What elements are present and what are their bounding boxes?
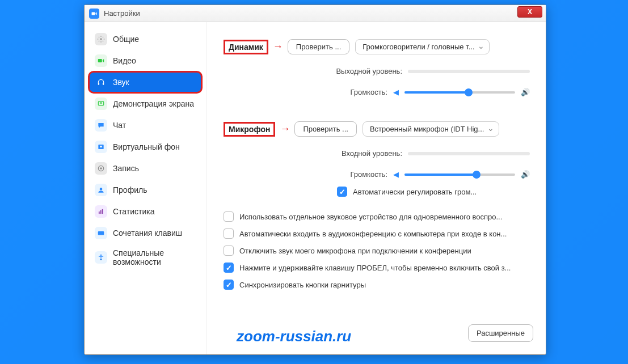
option-checkbox[interactable] <box>224 228 234 239</box>
sidebar-item-label: Специальные возможности <box>113 248 196 266</box>
chat-icon <box>95 119 107 132</box>
svg-rect-0 <box>92 12 95 15</box>
app-icon <box>89 9 99 19</box>
speaker-test-button[interactable]: Проверить ... <box>288 39 349 54</box>
svg-rect-11 <box>99 211 100 214</box>
svg-rect-4 <box>103 83 104 85</box>
speaker-volume-row: Громкость: ◀ 🔊 <box>224 88 530 96</box>
option-row: Автоматически входить в аудиоконференцию… <box>224 228 530 239</box>
arrow-icon: → <box>273 41 283 53</box>
svg-point-15 <box>100 255 102 256</box>
arrow-icon: → <box>280 123 290 135</box>
speaker-section-label: Динамик <box>224 40 268 54</box>
svg-point-10 <box>100 188 103 191</box>
settings-window: Настройки X ОбщиеВидеоЗвукДемонстрация э… <box>84 5 546 355</box>
microphone-volume-row: Громкость: ◀ 🔊 <box>224 170 530 179</box>
sidebar-item-gear[interactable]: Общие <box>89 29 201 49</box>
sidebar-item-profile[interactable]: Профиль <box>89 180 201 200</box>
input-level-label: Входной уровень: <box>342 149 402 158</box>
access-icon <box>95 251 107 264</box>
microphone-volume-slider[interactable] <box>404 173 515 176</box>
input-level-meter <box>408 152 530 155</box>
share-icon <box>95 98 107 110</box>
svg-point-1 <box>100 38 102 40</box>
sidebar-item-label: Профиль <box>113 185 147 194</box>
speaker-volume-label: Громкость: <box>350 88 387 96</box>
option-row: Нажмите и удерживайте клавишу ПРОБЕЛ, чт… <box>224 263 530 273</box>
microphone-row: Микрофон → Проверить ... Встроенный микр… <box>224 121 530 137</box>
option-row: Синхронизировать кнопки гарнитуры <box>224 280 530 290</box>
option-label: Синхронизировать кнопки гарнитуры <box>239 281 366 289</box>
microphone-section-label: Микрофон <box>224 122 275 137</box>
sidebar-item-keyboard[interactable]: Сочетания клавиш <box>89 223 201 243</box>
volume-high-icon: 🔊 <box>521 170 530 179</box>
watermark: zoom-russian.ru <box>237 328 351 345</box>
speaker-row: Динамик → Проверить ... Громкоговорители… <box>224 39 530 54</box>
headphones-icon <box>95 76 107 88</box>
sidebar-item-label: Запись <box>113 164 139 173</box>
gear-icon <box>95 33 107 45</box>
sidebar-item-bg[interactable]: Виртуальный фон <box>89 137 201 157</box>
output-level-meter <box>408 70 530 73</box>
sidebar-item-label: Сочетания клавиш <box>113 228 182 238</box>
sidebar-item-share[interactable]: Демонстрация экрана <box>89 94 201 114</box>
speaker-output-level-row: Выходной уровень: <box>224 67 530 75</box>
svg-point-9 <box>100 167 102 170</box>
sidebar-item-label: Демонстрация экрана <box>113 99 194 108</box>
profile-icon <box>95 184 107 196</box>
option-label: Отключить звук моего микрофона при подкл… <box>239 247 471 255</box>
advanced-button[interactable]: Расширенные <box>468 324 533 342</box>
sidebar-item-label: Видео <box>113 56 136 65</box>
svg-point-7 <box>100 146 102 148</box>
microphone-test-button[interactable]: Проверить ... <box>294 121 356 137</box>
sidebar-item-video[interactable]: Видео <box>89 50 201 71</box>
volume-high-icon: 🔊 <box>521 88 530 96</box>
close-button[interactable]: X <box>517 6 542 18</box>
svg-rect-3 <box>98 83 99 85</box>
option-checkbox[interactable] <box>224 280 234 290</box>
option-checkbox[interactable] <box>224 263 234 273</box>
sidebar-item-stats[interactable]: Статистика <box>89 201 201 222</box>
speaker-volume-slider[interactable] <box>404 91 515 94</box>
auto-adjust-label: Автоматически регулировать гром... <box>353 188 477 196</box>
auto-adjust-checkbox[interactable] <box>337 187 347 197</box>
sidebar-item-label: Виртуальный фон <box>113 142 180 151</box>
sidebar: ОбщиеВидеоЗвукДемонстрация экранаЧатВирт… <box>85 22 206 354</box>
bg-icon <box>95 141 107 153</box>
sidebar-item-headphones[interactable]: Звук <box>89 72 201 92</box>
option-row: Использовать отдельное звуковое устройст… <box>224 211 530 222</box>
record-icon <box>95 162 107 175</box>
option-checkbox[interactable] <box>224 246 234 256</box>
option-checkbox[interactable] <box>224 211 234 222</box>
sidebar-item-record[interactable]: Запись <box>89 158 201 179</box>
sidebar-item-chat[interactable]: Чат <box>89 115 201 136</box>
sidebar-item-access[interactable]: Специальные возможности <box>89 244 201 270</box>
microphone-device-dropdown[interactable]: Встроенный микрофон (IDT Hig... <box>363 121 499 137</box>
svg-rect-14 <box>98 231 104 235</box>
microphone-input-level-row: Входной уровень: <box>224 149 530 158</box>
sidebar-item-label: Чат <box>113 121 126 130</box>
sidebar-item-label: Звук <box>113 78 129 87</box>
option-label: Использовать отдельное звуковое устройст… <box>239 213 502 221</box>
auto-adjust-row: Автоматически регулировать гром... <box>337 187 530 197</box>
stats-icon <box>95 205 107 218</box>
keyboard-icon <box>95 227 107 239</box>
sidebar-item-label: Статистика <box>113 207 155 216</box>
option-row: Отключить звук моего микрофона при подкл… <box>224 246 530 256</box>
volume-low-icon: ◀ <box>393 170 399 179</box>
content-pane: Динамик → Проверить ... Громкоговорители… <box>206 22 546 354</box>
sidebar-item-label: Общие <box>113 35 139 44</box>
speaker-device-dropdown[interactable]: Громкоговорители / головные т... <box>355 39 490 54</box>
option-label: Автоматически входить в аудиоконференцию… <box>239 230 507 238</box>
option-label: Нажмите и удерживайте клавишу ПРОБЕЛ, чт… <box>239 264 511 272</box>
window-title: Настройки <box>104 9 140 18</box>
volume-low-icon: ◀ <box>393 88 399 96</box>
svg-rect-12 <box>100 210 102 214</box>
svg-rect-2 <box>98 59 102 62</box>
titlebar: Настройки X <box>85 5 546 22</box>
video-icon <box>95 54 107 67</box>
microphone-volume-label: Громкость: <box>350 170 387 179</box>
svg-rect-13 <box>102 209 103 214</box>
output-level-label: Выходной уровень: <box>336 67 402 75</box>
close-icon: X <box>528 8 532 16</box>
